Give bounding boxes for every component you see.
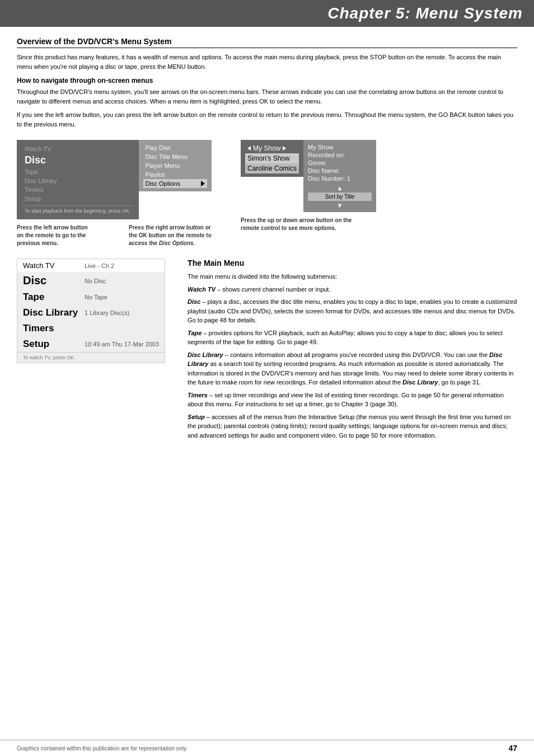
caption-left-arrow: Press the left arrow button on the remot… (17, 224, 95, 247)
main-menu-timers: Timers – set up timer recordings and vie… (188, 391, 517, 409)
chapter-header: Chapter 5: Menu System (0, 0, 534, 27)
right-diagram-group: My Show Simon's Show Caroline Comics My … (241, 140, 376, 232)
section-title: Overview of the DVD/VCR's Menu System (17, 37, 517, 48)
detail-disc-name: Disc Name: (308, 167, 372, 175)
tape-value: No Tape (85, 294, 107, 300)
detail-genre: Genre: (308, 159, 372, 167)
detail-recorded-on: Recorded on: (308, 151, 372, 159)
nav-text1: Throughout the DVD/VCR's menu system, yo… (17, 87, 517, 106)
menu-item-timers-left: Timers (22, 185, 133, 194)
sort-up-arrow: ▲ (308, 185, 372, 191)
watch-tv-screen: Watch TV Live - Ch 2 Disc No Disc Tape N… (17, 259, 165, 363)
disc-library-value: 1 Library Disc(s) (85, 309, 129, 316)
sub-item-play-disc: Play Disc (143, 143, 207, 152)
menu-item-disc-library-left: Disc Library (22, 176, 133, 185)
sub-item-disc-options: Disc Options (143, 179, 207, 188)
timers-row: Timers (17, 321, 165, 336)
footer-text: Graphics contained within this publicati… (17, 745, 188, 752)
detail-my-show: My Show (308, 143, 372, 151)
my-show-right-arrow (283, 146, 286, 151)
sub-item-disc-title-menu: Disc Title Menu (143, 152, 207, 161)
main-menu-title: The Main Menu (188, 259, 517, 267)
main-menu-section: The Main Menu The main menu is divided i… (188, 259, 517, 443)
sub-item-player-menu: Player Menu (143, 161, 207, 170)
watch-tv-label: Watch TV (23, 261, 85, 270)
main-menu-intro: The main menu is divided into the follow… (188, 272, 517, 281)
right-sub-panel: Play Disc Disc Title Menu Player Menu Pl… (139, 140, 212, 191)
lib-left-panel: My Show Simon's Show Caroline Comics (241, 140, 303, 177)
disc-options-label: Disc Options (146, 180, 180, 187)
watch-tv-value: Live - Ch 2 (85, 262, 114, 269)
my-show-label: My Show (253, 144, 280, 152)
bottom-bar: Graphics contained within this publicati… (0, 740, 534, 756)
caption-right-arrow: Press the right arrow button or the OK b… (129, 224, 218, 247)
disc-value: No Disc (85, 278, 106, 284)
menu-item-watch-tv: Watch TV (22, 144, 133, 153)
my-show-left-arrow (247, 146, 251, 151)
sub-item-playlist: Playlist (143, 170, 207, 179)
disc-library-label: Disc Library (23, 307, 85, 318)
detail-disc-number: Disc Number: 1 (308, 175, 372, 182)
setup-value: 10:49 am Thu 17-Mar 2003 (85, 341, 159, 348)
page-number: 47 (508, 744, 517, 753)
menu-item-disc: Disc (22, 153, 133, 167)
right-diagram-caption: Press the up or down arrow button on the… (241, 217, 364, 232)
watch-tv-hint: To watch TV, press OK. (17, 352, 165, 363)
watch-tv-diagram: Watch TV Live - Ch 2 Disc No Disc Tape N… (17, 259, 165, 363)
main-menu-tape: Tape – provides options for VCR playback… (188, 328, 517, 347)
left-menu-hint: To start playback from the beginning, pr… (22, 205, 133, 215)
setup-row: Setup 10:49 am Thu 17-Mar 2003 (17, 336, 165, 352)
disc-library-row: Disc Library 1 Library Disc(s) (17, 305, 165, 321)
chapter-title: Chapter 5: Menu System (327, 4, 523, 22)
sort-by-title-button[interactable]: Sort by Title (308, 192, 372, 201)
nav-subheading: How to navigate through on-screen menus (17, 77, 517, 84)
menu-item-tape: Tape (22, 167, 133, 176)
intro-text: Since this product has many features, it… (17, 53, 517, 71)
disc-row: Disc No Disc (17, 272, 165, 289)
disc-label: Disc (23, 274, 85, 287)
sort-down-arrow: ▼ (308, 202, 372, 209)
timers-label: Timers (23, 323, 85, 334)
disc-options-arrow (201, 181, 205, 186)
main-menu-disc: Disc – plays a disc, accesses the disc t… (188, 297, 517, 325)
lib-right-panel: My Show Recorded on: Genre: Disc Name: D… (303, 140, 376, 212)
left-menu-panel: Watch TV Disc Tape Disc Library Timers S… (17, 140, 139, 219)
main-menu-disc-library: Disc Library – contains information abou… (188, 350, 517, 387)
setup-label: Setup (23, 339, 85, 350)
tape-row: Tape No Tape (17, 289, 165, 305)
tape-label: Tape (23, 292, 85, 303)
lib-item-simons-show: Simon's Show (245, 153, 299, 163)
left-diagram-group: Watch TV Disc Tape Disc Library Timers S… (17, 140, 218, 247)
lib-item-my-show: My Show (245, 143, 299, 153)
main-menu-watch-tv: Watch TV – shows current channel number … (188, 285, 517, 294)
main-menu-setup: Setup – accesses all of the menus from t… (188, 412, 517, 440)
menu-item-setup-left: Setup (22, 194, 133, 203)
nav-text2: If you see the left arrow button, you ca… (17, 110, 517, 129)
lib-item-caroline-comics: Caroline Comics (245, 163, 299, 173)
watch-tv-row: Watch TV Live - Ch 2 (17, 259, 165, 272)
